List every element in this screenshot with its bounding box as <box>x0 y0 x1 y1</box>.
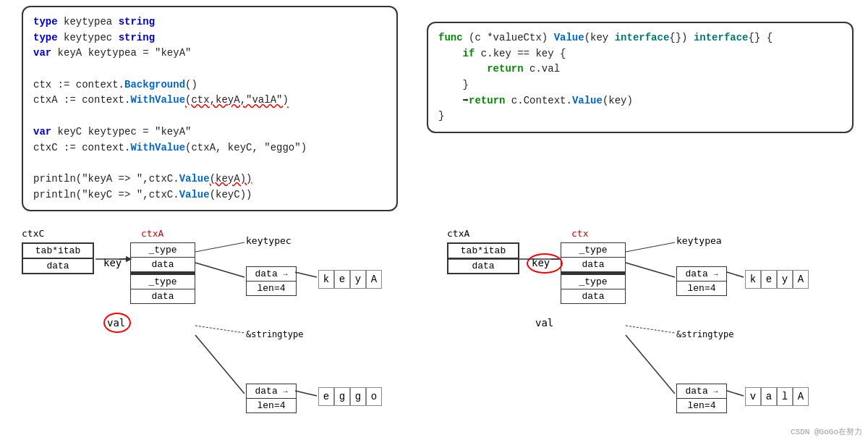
right-code-line-1: func (c *valueCtx) Value(key interface{}… <box>438 30 842 46</box>
ctxc-data: data <box>22 258 93 274</box>
svg-line-11 <box>626 263 675 277</box>
stringtype-label-left: &stringtype <box>246 329 303 339</box>
svg-line-4 <box>295 272 317 277</box>
code-line-12: println("keyC => ",ctxC.Value(keyC)) <box>33 187 386 203</box>
ctx-struct: _type data _type data <box>561 242 626 304</box>
svg-line-12 <box>727 272 744 277</box>
svg-line-14 <box>626 335 675 394</box>
right-code-line-2: if c.key == key { <box>438 46 842 62</box>
ctx-inner-label: ctx <box>571 228 588 240</box>
stringtype-label-right: &stringtype <box>676 329 733 339</box>
code-line-3: var keyA keytypea = "keyA" <box>33 46 386 62</box>
svg-line-7 <box>295 391 317 396</box>
keytypec-label: keytypec <box>246 235 292 246</box>
key-label-right: key <box>532 257 550 268</box>
ctxa-data-row: data <box>130 258 195 272</box>
code-line-9: ctxC := context.WithValue(ctxA, keyC, "e… <box>33 140 386 156</box>
vala-chars: v a l A <box>745 387 809 406</box>
svg-line-15 <box>727 391 744 396</box>
ctxa-outer-box: tab*itab data <box>447 242 519 274</box>
ctxa-outer-label: ctxA <box>447 228 469 240</box>
ctxa-type-row: _type <box>130 242 195 258</box>
ctxa-type2-row: _type <box>130 272 195 289</box>
code-line-5: ctx := context.Background() <box>33 77 386 93</box>
val-label-right: val <box>535 317 553 329</box>
ctxc-box: tab*itab data <box>22 242 94 274</box>
ctxa-data2-row: data <box>130 289 195 304</box>
ctxa-label: ctxA <box>141 228 163 240</box>
keytypea-label-right: keytypea <box>676 235 722 246</box>
code-line-11: println("keyA => ",ctxC.Value(keyA)) <box>33 172 386 187</box>
data-box1-left: data → len=4 <box>246 266 297 296</box>
code-line-7 <box>33 109 386 124</box>
right-code-line-4: } <box>438 77 842 93</box>
keya-chars-right: k e y A <box>745 270 809 289</box>
code-line-2: type keytypec string <box>33 30 386 46</box>
right-code-line-5: ➡return c.Context.Value(key) <box>438 93 842 109</box>
svg-line-13 <box>626 326 675 333</box>
ctxc-label: ctxC <box>22 228 44 240</box>
svg-line-10 <box>626 242 675 252</box>
code-line-8: var keyC keytypec = "keyA" <box>33 124 386 140</box>
svg-line-2 <box>195 242 244 252</box>
val-label-left: val <box>107 317 125 329</box>
code-line-4 <box>33 62 386 77</box>
left-code-box: type keytypea string type keytypec strin… <box>22 6 398 211</box>
ctxc-tab: tab*itab <box>22 243 93 258</box>
svg-line-3 <box>195 263 244 277</box>
svg-line-6 <box>195 335 244 394</box>
right-code-line-6: } <box>438 109 842 124</box>
code-line-10 <box>33 156 386 172</box>
key-label-left: key <box>103 257 122 268</box>
data-box2-left: data → len=4 <box>246 384 297 413</box>
data-box1-right: data → len=4 <box>676 266 727 296</box>
svg-line-5 <box>195 326 244 333</box>
watermark: CSDN @GoGo在努力 <box>791 426 862 437</box>
right-code-line-3: return c.val <box>438 62 842 77</box>
keya-chars-left: k e y A <box>318 270 382 289</box>
ctxa-struct: _type data _type data <box>130 242 195 304</box>
code-line-6: ctxA := context.WithValue(ctx,keyA,"valA… <box>33 93 386 109</box>
data-box2-right: data → len=4 <box>676 384 727 413</box>
eggo-chars: e g g o <box>318 387 382 406</box>
code-line-1: type keytypea string <box>33 14 386 30</box>
right-code-box: func (c *valueCtx) Value(key interface{}… <box>427 22 854 133</box>
